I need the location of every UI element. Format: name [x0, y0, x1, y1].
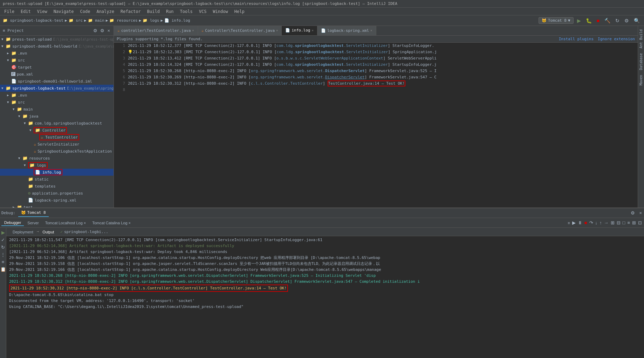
tab-infolog[interactable]: 📄 info.log × [282, 26, 317, 35]
tomcat-catalina-log-tab[interactable]: Tomcat Catalina Log × [89, 220, 133, 226]
debug-action-3[interactable]: ⊞ [631, 219, 637, 226]
menu-build[interactable]: Build [144, 8, 163, 15]
debugger-tab[interactable]: Debugger [1, 220, 24, 226]
menu-file[interactable]: File [1, 8, 17, 15]
menu-refactor[interactable]: Refactor [118, 8, 144, 15]
tab-close[interactable]: × [311, 29, 313, 32]
debug-pause-btn[interactable]: ⏸ [577, 219, 583, 226]
debug-resume-btn[interactable]: ▶ [571, 219, 576, 226]
menu-code[interactable]: Code [77, 8, 93, 15]
menu-tools[interactable]: Tools [177, 8, 196, 15]
breadcrumb-item-4[interactable]: 📁 resources [109, 18, 137, 23]
build-button[interactable]: 🔨 [603, 17, 612, 24]
debug-settings-btn[interactable]: ⚙ [630, 210, 636, 216]
debug-left-2[interactable]: ✓ [0, 237, 6, 243]
right-tab-ant-build[interactable]: Ant Build [638, 27, 644, 50]
menu-analyze[interactable]: Analyze [94, 8, 117, 15]
tree-springboot-logback[interactable]: ▼ 📁 springboot-logback-test E:\java_exam… [0, 85, 114, 92]
debug-grid[interactable]: ⊟ [616, 219, 621, 226]
sidebar-gear-btn[interactable]: ⚙ [100, 27, 105, 34]
debug-close-btn[interactable]: × [638, 210, 643, 216]
tree-controller-folder[interactable]: ▼ 📁 Controller [0, 127, 114, 134]
tree-mvn2[interactable]: ▶ 📁 .mvn [0, 92, 114, 99]
debug-left-3[interactable]: ↻ [0, 244, 6, 251]
ignore-extension-link[interactable]: Ignore extension [598, 37, 635, 41]
tab-close[interactable]: × [276, 29, 278, 32]
menu-vcs[interactable]: VCS [196, 8, 210, 15]
menu-window[interactable]: Window [210, 8, 231, 15]
tab-logback-xml[interactable]: 📄 logback-spring.xml × [317, 26, 376, 35]
menu-view[interactable]: View [34, 8, 50, 15]
debug-run-cursor[interactable]: → [603, 219, 609, 226]
sidebar-settings-btn[interactable]: ⚙ [93, 27, 98, 34]
tree-target1[interactable]: 🎯 target [0, 64, 114, 71]
tree-src2[interactable]: ▼ 📁 src [0, 99, 114, 106]
tab-close[interactable]: × [370, 29, 372, 32]
tab-testcontroller-controller[interactable]: ☕ controller\TestController.java × [114, 26, 198, 35]
debug-action-2[interactable]: ≡ [626, 219, 631, 226]
tree-testcontroller[interactable]: ☕ TestController [0, 134, 114, 141]
menu-navigate[interactable]: Navigate [51, 8, 77, 15]
run-button[interactable]: ▶ [576, 17, 582, 24]
menu-edit[interactable]: Edit [18, 8, 34, 15]
menu-run[interactable]: Run [163, 8, 177, 15]
breadcrumb-item-5[interactable]: 📁 logs [143, 18, 159, 23]
tree-springboot-demo01[interactable]: ▼ 📁 springboot-demo01-helloworld E:\java… [0, 43, 114, 50]
tree-app-properties[interactable]: ⚙ application.properties [0, 190, 114, 197]
tree-logs-folder[interactable]: ▼ 📁 logs [0, 162, 114, 169]
debug-evaluate[interactable]: ⊞ [610, 219, 615, 226]
debug-stop-btn[interactable]: ■ [584, 219, 588, 226]
debug-action-4[interactable]: ⊡ [637, 219, 643, 226]
breadcrumb-item-3[interactable]: 📁 main [88, 18, 104, 23]
tree-iml[interactable]: 📄 springboot-demo01-helloworld.iml [0, 78, 114, 85]
breadcrumb-item-6[interactable]: 📄 info.log [164, 18, 190, 23]
debug-left-5[interactable]: ≡ [1, 259, 5, 265]
sync-button[interactable]: ↻ [614, 17, 621, 24]
tree-springbootapp[interactable]: ☕ SpringbootLogbackTestApplication [0, 148, 114, 155]
tree-main[interactable]: ▼ 📁 main [0, 106, 114, 113]
tab-close[interactable]: × [192, 29, 194, 32]
menu-help[interactable]: Help [232, 8, 247, 15]
tree-test[interactable]: ▶ 📁 test [0, 204, 114, 208]
tree-templates[interactable]: 📁 templates [0, 183, 114, 190]
tree-pom1[interactable]: 🅿 pom.xml [0, 71, 114, 78]
tree-servletinitializer[interactable]: ☕ ServletInitializer [0, 141, 114, 148]
server-tab[interactable]: Server [25, 220, 41, 226]
deployment-tab[interactable]: Deployment [9, 229, 37, 235]
settings-button[interactable]: ⚙ [623, 17, 630, 24]
tree-arrow: ▼ [1, 44, 6, 48]
tree-mvn1[interactable]: ▶ 📁 .mvn [0, 50, 114, 57]
tomcat-selector[interactable]: 🐱 Tomcat 8 ▼ [539, 17, 574, 24]
output-tab[interactable]: Output [39, 229, 57, 235]
tab-testcontroller-caps[interactable]: ☕ Controller\TestController.java × [198, 26, 282, 35]
tree-com-ldg[interactable]: ▼ 📁 com.ldg.springbootlogbacktest [0, 120, 114, 127]
debug-button[interactable]: 🐛 [584, 17, 593, 24]
debug-left-4[interactable]: ⋮ [0, 251, 6, 258]
debug-view-as[interactable]: □ [622, 219, 626, 226]
debug-step-over[interactable]: ↷ [589, 219, 594, 226]
tree-static[interactable]: 📁 static [0, 176, 114, 183]
stop-button[interactable]: ■ [595, 17, 601, 24]
debug-left-6[interactable]: 📋 [0, 266, 7, 273]
search-button[interactable]: 🔍 [632, 17, 641, 24]
install-plugins-link[interactable]: Install plugins [559, 37, 594, 41]
debug-action-1[interactable]: ≡ [567, 220, 570, 226]
debug-step-into[interactable]: ↓ [595, 219, 598, 226]
tree-resources[interactable]: ▼ 📁 resources [0, 155, 114, 162]
right-tab-database[interactable]: Database [638, 51, 644, 72]
breadcrumb-item-2[interactable]: 📁 src [69, 18, 83, 23]
debug-step-out[interactable]: ↑ [599, 219, 603, 226]
right-tab-maven[interactable]: Maven [638, 73, 644, 87]
tree-logback-xml[interactable]: 📄 logback-spring.xml [0, 197, 114, 204]
tree-java[interactable]: ▼ 📁 java [0, 113, 114, 120]
tree-src1[interactable]: ▼ 📁 src [0, 57, 114, 64]
tree-press-test-upload[interactable]: ▼ 📁 press-test-upload E:\java_example\pr… [0, 36, 114, 43]
debug-left-1[interactable]: ▶ [1, 229, 6, 236]
tomcat-localhost-log-tab[interactable]: Tomcat Localhost Log × [42, 220, 89, 226]
log-output[interactable]: 2021-11-29 18:52:11,547 [RMI TCP Connect… [6, 236, 644, 358]
tree-infolog[interactable]: 📄 info.log [0, 169, 114, 176]
log-content[interactable]: 1 2021-11-29 18:52:12,377 [RMI TCP Conne… [114, 43, 638, 208]
breadcrumb-item-1[interactable]: 📁 springboot-logback-test [3, 18, 63, 23]
debug-tomcat-tab[interactable]: 🐱 Tomcat 8 [18, 209, 49, 217]
sidebar-close-btn[interactable]: × [107, 27, 111, 34]
